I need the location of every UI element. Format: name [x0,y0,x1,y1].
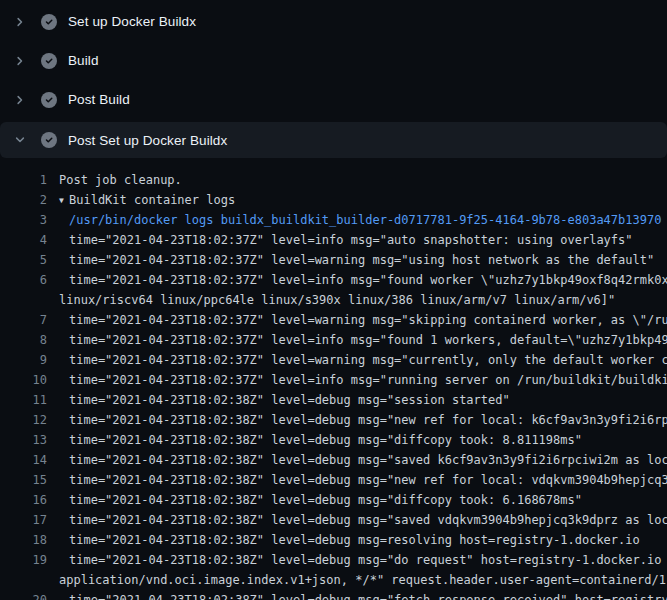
log-line-text: time="2021-04-23T18:02:38Z" level=debug … [69,450,667,470]
log-line-number[interactable]: 3 [0,210,47,230]
log-line-number[interactable]: 2 [0,190,47,210]
log-row: linux/riscv64 linux/ppc64le linux/s390x … [0,290,667,310]
log-row: application/vnd.oci.image.index.v1+json,… [0,570,667,590]
log-row: 13 time="2021-04-23T18:02:38Z" level=deb… [0,430,667,450]
log-line-text: time="2021-04-23T18:02:37Z" level=info m… [69,370,667,390]
log-line-text: time="2021-04-23T18:02:38Z" level=debug … [69,430,582,450]
log-row: 19 time="2021-04-23T18:02:38Z" level=deb… [0,550,667,570]
log-line-text: time="2021-04-23T18:02:38Z" level=debug … [69,590,667,600]
log-row: 9 time="2021-04-23T18:02:37Z" level=warn… [0,350,667,370]
log-line-text: time="2021-04-23T18:02:38Z" level=debug … [69,410,667,430]
log-line-number[interactable]: 4 [0,230,47,250]
log-line-number[interactable]: 12 [0,410,47,430]
chevron-down-icon [14,134,26,146]
log-line-text: application/vnd.oci.image.index.v1+json,… [59,570,667,590]
log-line-number[interactable]: 14 [0,450,47,470]
log-row: 8 time="2021-04-23T18:02:37Z" level=info… [0,330,667,350]
log-row: 10 time="2021-04-23T18:02:37Z" level=inf… [0,370,667,390]
step-row-set-up-docker-buildx[interactable]: Set up Docker Buildx [0,2,667,41]
step-label: Build [68,53,99,68]
log-row: 3 /usr/bin/docker logs buildx_buildkit_b… [0,210,667,230]
log-line-number[interactable]: 18 [0,530,47,550]
step-label: Post Build [68,92,130,107]
log-row: 4 time="2021-04-23T18:02:37Z" level=info… [0,230,667,250]
log-row: 17 time="2021-04-23T18:02:38Z" level=deb… [0,510,667,530]
log-line-number[interactable]: 11 [0,390,47,410]
log-line-text: time="2021-04-23T18:02:37Z" level=info m… [69,330,667,350]
steps-list: Set up Docker Buildx Build Post Build [0,0,667,158]
log-line-text: time="2021-04-23T18:02:37Z" level=warnin… [69,250,654,270]
log-line-number[interactable]: 10 [0,370,47,390]
log-group-toggle[interactable]: ▼BuildKit container logs [59,190,235,212]
log-line-number[interactable]: 1 [0,170,47,190]
log-row: 5 time="2021-04-23T18:02:37Z" level=warn… [0,250,667,270]
log-line-number[interactable]: 19 [0,550,47,570]
chevron-right-icon [14,94,26,106]
log-line-text: time="2021-04-23T18:02:38Z" level=debug … [69,470,667,490]
log-line-text: time="2021-04-23T18:02:38Z" level=debug … [69,550,667,570]
log-row: 14 time="2021-04-23T18:02:38Z" level=deb… [0,450,667,470]
log-line-number[interactable]: 15 [0,470,47,490]
log-line-text: Post job cleanup. [59,170,182,190]
log-line-text: time="2021-04-23T18:02:38Z" level=debug … [69,490,582,510]
log-line-text: time="2021-04-23T18:02:37Z" level=info m… [69,230,633,250]
log-line-text: time="2021-04-23T18:02:38Z" level=debug … [69,510,667,530]
chevron-right-icon [14,16,26,28]
log-row: 16 time="2021-04-23T18:02:38Z" level=deb… [0,490,667,510]
log-line-number[interactable]: 9 [0,350,47,370]
chevron-right-icon [14,55,26,67]
log-line-number[interactable]: 5 [0,250,47,270]
step-label: Post Set up Docker Buildx [68,133,227,148]
log-row: 11 time="2021-04-23T18:02:38Z" level=deb… [0,390,667,410]
check-circle-icon [41,92,57,108]
step-row-post-set-up-docker-buildx[interactable]: Post Set up Docker Buildx [0,122,667,158]
step-row-build[interactable]: Build [0,41,667,80]
log-row: 6 time="2021-04-23T18:02:37Z" level=info… [0,270,667,290]
log-line-number[interactable]: 16 [0,490,47,510]
log-row: 12 time="2021-04-23T18:02:38Z" level=deb… [0,410,667,430]
step-row-post-build[interactable]: Post Build [0,80,667,119]
log-container: 1 Post job cleanup. 2 ▼BuildKit containe… [0,158,667,600]
log-row: 18 time="2021-04-23T18:02:38Z" level=deb… [0,530,667,550]
check-circle-icon [41,14,57,30]
log-line-text: linux/riscv64 linux/ppc64le linux/s390x … [59,290,615,310]
check-circle-icon [41,53,57,69]
log-row: 20 time="2021-04-23T18:02:38Z" level=deb… [0,590,667,600]
log-row: 1 Post job cleanup. [0,170,667,190]
log-line-text: /usr/bin/docker logs buildx_buildkit_bui… [69,210,661,230]
log-line-text: time="2021-04-23T18:02:37Z" level=info m… [69,270,667,290]
log-line-number[interactable]: 8 [0,330,47,350]
log-line-text: time="2021-04-23T18:02:38Z" level=debug … [69,530,640,550]
log-row: 7 time="2021-04-23T18:02:37Z" level=warn… [0,310,667,330]
log-line-number[interactable]: 20 [0,590,47,600]
log-line-number[interactable]: 7 [0,310,47,330]
log-row: 2 ▼BuildKit container logs [0,190,667,210]
log-line-number[interactable]: 17 [0,510,47,530]
check-circle-icon [41,132,57,148]
log-row: 15 time="2021-04-23T18:02:38Z" level=deb… [0,470,667,490]
triangle-down-icon: ▼ [59,191,69,211]
log-line-text: time="2021-04-23T18:02:37Z" level=warnin… [69,310,667,330]
log-line-number[interactable]: 6 [0,270,47,290]
log-line-number[interactable]: 13 [0,430,47,450]
log-line-text: time="2021-04-23T18:02:37Z" level=warnin… [69,350,667,370]
log-line-text: time="2021-04-23T18:02:38Z" level=debug … [69,390,510,410]
step-label: Set up Docker Buildx [68,14,196,29]
